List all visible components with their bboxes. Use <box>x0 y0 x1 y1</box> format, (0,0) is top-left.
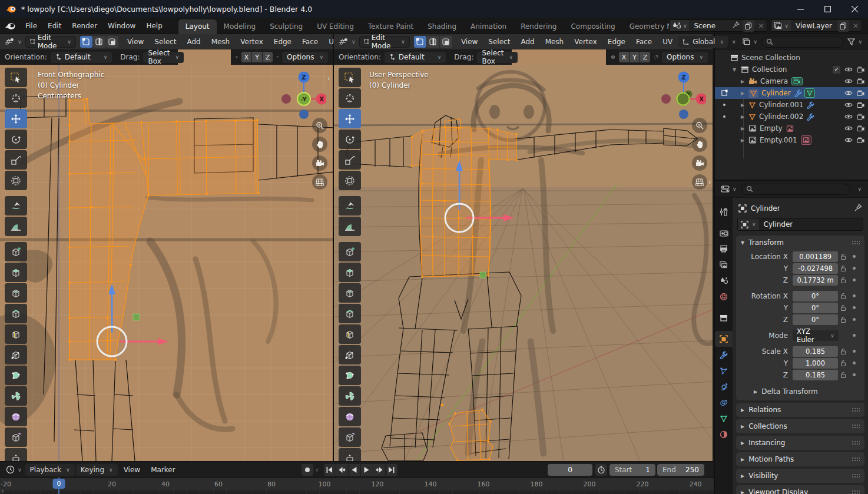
tool-transform[interactable] <box>5 171 27 190</box>
mirror-z-button[interactable]: Z <box>640 52 650 62</box>
disable-render-icon[interactable] <box>857 67 864 73</box>
lock-icon[interactable] <box>838 265 849 272</box>
tool-annotate[interactable] <box>339 196 361 215</box>
hide-eye-icon[interactable] <box>844 125 853 131</box>
hide-eye-icon[interactable] <box>844 102 853 108</box>
tab-compositing[interactable]: Compositing <box>564 19 622 34</box>
timeline-expand-icon[interactable]: › <box>1 487 4 494</box>
image-data-badge[interactable] <box>786 125 794 132</box>
location-z-input[interactable]: 0.17732 m <box>793 275 838 286</box>
editor-type-3d-viewport-icon[interactable]: ∨ <box>336 37 358 47</box>
tool-knife[interactable] <box>5 345 27 364</box>
viewport-display-panel[interactable]: ▶Viewport Display <box>736 485 864 494</box>
editor-type-properties-icon[interactable]: ∨ <box>718 184 739 194</box>
tool-spin[interactable] <box>339 386 361 406</box>
tool-measure[interactable] <box>5 217 27 236</box>
jump-to-start-icon[interactable] <box>324 464 336 476</box>
tool-knife[interactable] <box>339 345 361 364</box>
auto-keying-icon[interactable] <box>302 464 313 476</box>
mode-dropdown[interactable]: Edit Mode ∨ <box>359 36 410 48</box>
options-dropdown[interactable]: Options ∨ <box>282 52 328 63</box>
tab-material[interactable] <box>715 426 733 442</box>
mirror-x-button[interactable]: X <box>241 52 251 62</box>
zoom-icon[interactable] <box>312 118 327 133</box>
tool-shrink-fatten[interactable] <box>5 448 27 461</box>
tool-inset-faces[interactable] <box>339 283 361 303</box>
location-y-input[interactable]: -0.027498 <box>793 263 838 274</box>
lock-icon[interactable] <box>838 304 849 311</box>
tab-output[interactable] <box>715 241 733 257</box>
motion-paths-panel[interactable]: ▶Motion Paths <box>736 452 864 466</box>
timeline-ruler-area[interactable]: -20 20 40 60 80 100 120 140 160 180 200 … <box>0 478 714 494</box>
lock-icon[interactable] <box>838 293 849 300</box>
drag-dropdown[interactable]: Select Box ∨ <box>477 52 518 63</box>
playback-menu[interactable]: Playback ∨ <box>25 464 75 476</box>
pan-hand-icon[interactable] <box>692 137 707 152</box>
hide-eye-icon[interactable] <box>844 137 853 143</box>
tool-move[interactable] <box>339 109 361 128</box>
outliner-search-input[interactable] <box>761 37 843 48</box>
marker-menu[interactable]: Marker <box>146 464 180 476</box>
tool-edge-slide[interactable] <box>339 427 361 447</box>
current-frame-field[interactable]: 0 <box>548 464 592 476</box>
tool-inset-faces[interactable] <box>5 283 27 303</box>
viewport-canvas-right[interactable]: User Perspective (0) Cylinder <box>334 65 713 461</box>
menu-edge[interactable]: Edge <box>603 36 630 48</box>
panel-grip[interactable] <box>852 407 860 412</box>
outliner-row-empty[interactable]: ▶ Empty <box>715 122 868 134</box>
relations-panel[interactable]: ▶Relations <box>736 403 864 417</box>
hide-eye-icon[interactable] <box>844 114 853 120</box>
menu-view[interactable]: View <box>122 36 148 48</box>
panel-grip[interactable] <box>852 440 860 445</box>
orientation-dropdown[interactable]: Default ∨ <box>385 52 446 63</box>
frame-start-field[interactable]: Start 1 <box>609 464 655 476</box>
properties-options-icon[interactable]: ∨ <box>854 186 864 192</box>
tool-poly-build[interactable] <box>5 366 27 385</box>
panel-grip[interactable] <box>852 473 860 478</box>
tool-transform[interactable] <box>339 171 361 190</box>
mesh-data-badge[interactable] <box>804 88 815 98</box>
menu-add[interactable]: Add <box>516 36 539 48</box>
tool-move[interactable] <box>5 109 27 128</box>
tool-add-cube[interactable] <box>5 242 27 261</box>
menu-vertex[interactable]: Vertex <box>236 36 268 48</box>
timeline-ruler[interactable]: -20 20 40 60 80 100 120 140 160 180 200 … <box>0 478 714 490</box>
tool-cursor[interactable] <box>5 88 27 108</box>
keying-set-dropdown[interactable]: ∨ <box>315 467 319 473</box>
tool-smooth[interactable] <box>339 407 361 426</box>
tab-modifiers[interactable] <box>715 347 733 363</box>
rotation-x-input[interactable]: 0° <box>793 291 838 301</box>
keying-menu[interactable]: Keying ∨ <box>76 464 118 476</box>
tool-extrude-region[interactable] <box>5 263 27 282</box>
mirror-y-button[interactable]: Y <box>630 52 640 62</box>
panel-grip[interactable] <box>852 457 860 462</box>
visibility-panel[interactable]: ▶Visibility <box>736 469 864 483</box>
transform-orientation-dropdown[interactable]: Global ∨ <box>678 36 728 48</box>
mode-dropdown[interactable]: Edit Mode ∨ <box>25 36 76 48</box>
tool-shrink-fatten[interactable] <box>339 448 361 461</box>
menu-window[interactable]: Window <box>102 19 141 32</box>
tool-scale[interactable] <box>339 150 361 170</box>
scene-unlink-icon[interactable]: ✕ <box>755 20 767 32</box>
hide-eye-icon[interactable] <box>844 78 853 84</box>
tab-view-layer[interactable] <box>715 257 733 273</box>
mirror-icon[interactable] <box>611 53 615 61</box>
instancing-panel[interactable]: ▶Instancing <box>736 436 864 450</box>
outliner-row-cylinder[interactable]: ▶ Cylinder <box>715 87 868 99</box>
tool-loop-cut[interactable] <box>5 324 27 344</box>
mirror-x-button[interactable]: X <box>619 52 629 62</box>
outliner-row-cylinder-001[interactable]: ▶ Cylinder.001 <box>715 99 868 111</box>
lock-icon[interactable] <box>838 253 849 260</box>
filter-icon[interactable]: ∨ <box>845 37 864 47</box>
tool-spin[interactable] <box>5 386 27 406</box>
animate-dot[interactable] <box>849 294 860 297</box>
disable-render-icon[interactable] <box>857 137 864 144</box>
delta-transform-subpanel[interactable]: ▶ Delta Transform <box>736 386 864 400</box>
play-icon[interactable] <box>361 464 373 476</box>
zoom-icon[interactable] <box>692 118 707 133</box>
disable-render-icon[interactable] <box>857 78 864 85</box>
tab-animation[interactable]: Animation <box>463 19 513 34</box>
tab-tool[interactable] <box>715 204 733 220</box>
camera-view-icon[interactable] <box>692 155 707 171</box>
current-frame-indicator[interactable]: 0 <box>53 479 65 489</box>
